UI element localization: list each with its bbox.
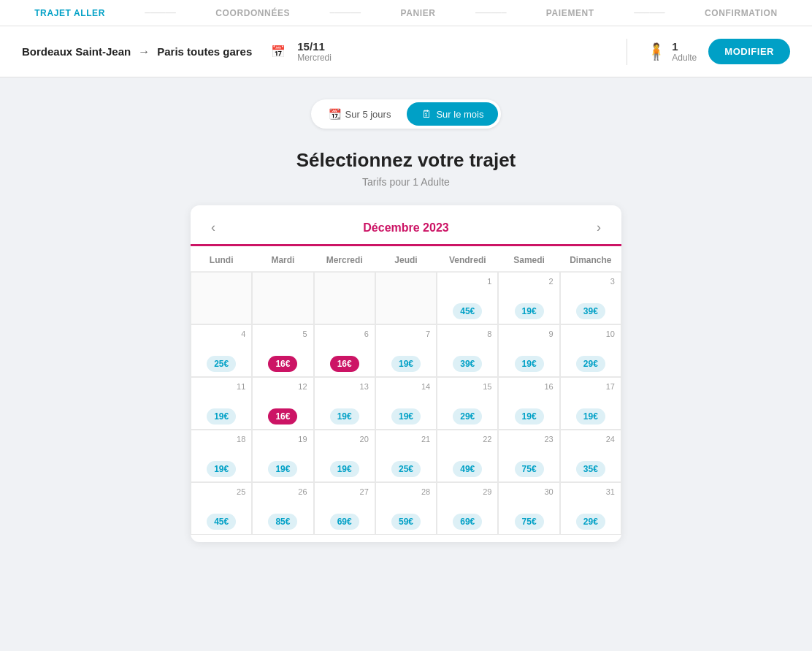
step-panier[interactable]: PANIER — [401, 8, 436, 18]
cell-day-number: 10 — [567, 330, 615, 338]
price-badge: 19€ — [515, 408, 544, 425]
five-days-toggle[interactable]: 📆 Sur 5 jours — [314, 102, 406, 126]
passenger-type: Adulte — [672, 53, 697, 63]
step-divider-1: ────── — [145, 9, 176, 17]
calendar-cell[interactable]: 1319€ — [314, 377, 375, 430]
cell-day-number: 28 — [382, 487, 430, 496]
step-divider-2: ────── — [330, 9, 361, 17]
price-badge: 16€ — [268, 356, 297, 372]
calendar-cell[interactable]: 2685€ — [252, 482, 313, 535]
calendar-cell[interactable]: 719€ — [375, 324, 437, 377]
cell-day-number: 13 — [321, 382, 369, 391]
calendar-cell[interactable]: 3075€ — [498, 482, 559, 535]
prev-month-button[interactable]: ‹ — [205, 217, 221, 238]
month-icon: 🗓 — [421, 108, 432, 120]
calendar-cell[interactable]: 2125€ — [375, 430, 437, 482]
step-confirmation[interactable]: CONFIRMATION — [705, 8, 778, 18]
next-month-button[interactable]: › — [591, 217, 607, 238]
calendar-cell-empty — [314, 272, 375, 324]
calendar-cell[interactable]: 919€ — [498, 324, 559, 377]
passenger-info: 🧍 1 Adulte — [646, 40, 697, 63]
cell-day-number: 17 — [567, 382, 615, 391]
calendar-cell[interactable]: 1919€ — [252, 430, 313, 482]
journey-bar: Bordeaux Saint-Jean → Paris toutes gares… — [0, 26, 812, 77]
price-badge: 29€ — [453, 408, 482, 425]
calendar-cell[interactable]: 339€ — [560, 272, 621, 324]
price-badge: 19€ — [268, 461, 297, 477]
price-badge: 19€ — [515, 303, 544, 319]
price-badge: 19€ — [330, 461, 359, 477]
price-badge: 69€ — [330, 514, 359, 530]
five-days-icon: 📆 — [329, 108, 341, 120]
calendar-cell[interactable]: 1029€ — [560, 324, 621, 377]
calendar-cell[interactable]: 2375€ — [498, 430, 559, 482]
price-badge: 75€ — [515, 461, 544, 477]
journey-to: Paris toutes gares — [157, 45, 252, 58]
step-divider-3: ────── — [475, 9, 507, 17]
calendar-cell[interactable]: 1719€ — [560, 377, 621, 430]
passenger-icon: 🧍 — [646, 42, 666, 61]
price-badge: 19€ — [207, 461, 236, 477]
calendar-cell[interactable]: 1216€ — [252, 377, 313, 430]
price-badge: 19€ — [207, 408, 236, 425]
calendar-cell[interactable]: 425€ — [191, 324, 252, 377]
price-badge: 39€ — [576, 303, 605, 319]
day-header: Mardi — [252, 246, 313, 272]
cell-day-number: 27 — [321, 487, 369, 496]
price-badge: 49€ — [453, 461, 482, 477]
price-badge: 19€ — [391, 356, 421, 372]
cell-day-number: 22 — [443, 435, 491, 443]
price-badge: 29€ — [576, 514, 605, 530]
calendar-cell[interactable]: 2019€ — [314, 430, 375, 482]
arrow-icon: → — [138, 45, 150, 58]
calendar-cell[interactable]: 1119€ — [191, 377, 252, 430]
page-subtitle: Tarifs pour 1 Adulte — [362, 176, 450, 188]
price-badge: 29€ — [576, 356, 605, 372]
price-badge: 19€ — [391, 408, 421, 425]
calendar-cell[interactable]: 516€ — [252, 324, 313, 377]
cell-day-number: 14 — [382, 382, 430, 391]
calendar-cell[interactable]: 1619€ — [498, 377, 559, 430]
price-badge: 69€ — [453, 514, 482, 530]
cell-day-number: 7 — [382, 330, 430, 338]
calendar-cell[interactable]: 839€ — [437, 324, 498, 377]
cell-day-number: 4 — [197, 330, 245, 338]
modify-button[interactable]: MODIFIER — [708, 39, 790, 64]
calendar-cell[interactable]: 2249€ — [437, 430, 498, 482]
calendar-cell[interactable]: 219€ — [498, 272, 559, 324]
calendar-cell[interactable]: 145€ — [437, 272, 498, 324]
calendar-cell-empty — [252, 272, 313, 324]
cell-day-number: 29 — [443, 487, 491, 496]
month-toggle[interactable]: 🗓 Sur le mois — [407, 102, 498, 126]
price-badge: 85€ — [268, 514, 297, 530]
price-badge: 19€ — [576, 408, 605, 425]
step-divider-4: ────── — [634, 9, 665, 17]
price-badge: 25€ — [207, 356, 236, 372]
calendar-cell[interactable]: 1419€ — [375, 377, 437, 430]
calendar-small-icon: 📅 — [271, 45, 286, 58]
day-header: Vendredi — [437, 246, 498, 272]
view-toggle: 📆 Sur 5 jours 🗓 Sur le mois — [311, 99, 502, 129]
calendar-cell[interactable]: 616€ — [314, 324, 375, 377]
calendar-cell[interactable]: 2859€ — [375, 482, 437, 535]
calendar-cell[interactable]: 3129€ — [560, 482, 621, 535]
calendar-cell[interactable]: 2435€ — [560, 430, 621, 482]
calendar-cell[interactable]: 1529€ — [437, 377, 498, 430]
step-paiement[interactable]: PAIEMENT — [546, 8, 594, 18]
passenger-count: 1 — [672, 40, 697, 53]
cell-day-number: 8 — [443, 330, 491, 338]
journey-route: Bordeaux Saint-Jean → Paris toutes gares… — [22, 40, 608, 63]
price-badge: 45€ — [453, 303, 482, 319]
calendar-cell[interactable]: 2969€ — [437, 482, 498, 535]
calendar-cell[interactable]: 2545€ — [191, 482, 252, 535]
calendar: ‹ Décembre 2023 › LundiMardiMercrediJeud… — [191, 205, 621, 542]
calendar-cell-empty — [375, 272, 437, 324]
calendar-cell[interactable]: 1819€ — [191, 430, 252, 482]
cell-day-number: 15 — [443, 382, 491, 391]
step-coordonnees[interactable]: COORDONNÉES — [215, 8, 290, 18]
calendar-cell[interactable]: 2769€ — [314, 482, 375, 535]
calendar-cell-empty — [191, 272, 252, 324]
step-trajet-aller[interactable]: TRAJET ALLER — [34, 8, 105, 18]
price-badge: 16€ — [268, 408, 297, 425]
passenger-details: 1 Adulte — [672, 40, 697, 63]
